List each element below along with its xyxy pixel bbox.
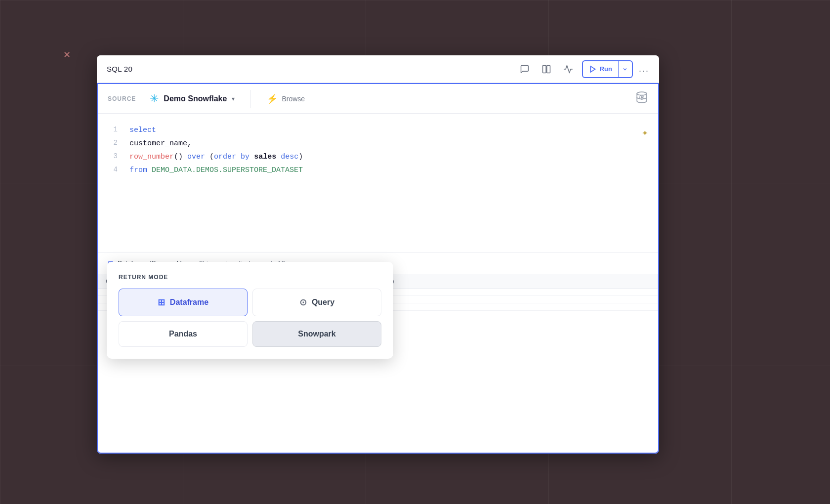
- dataframe-mode-icon: ⊞: [158, 297, 165, 308]
- close-button[interactable]: ✕: [63, 49, 71, 60]
- source-bar: SOURCE ✳ Demo Snowflake ▾ ⚡ Browse: [98, 84, 658, 114]
- source-label: SOURCE: [108, 95, 136, 102]
- dataframe-mode-button[interactable]: ⊞ Dataframe: [119, 289, 248, 316]
- split-view-button[interactable]: [539, 61, 554, 77]
- query-mode-button[interactable]: ⊙ Query: [252, 289, 381, 316]
- return-mode-dropdown: RETURN MODE ⊞ Dataframe ⊙ Query Pandas S…: [107, 262, 393, 359]
- connection-selector[interactable]: ✳ Demo Snowflake ▾: [144, 89, 241, 108]
- query-mode-label: Query: [312, 298, 334, 307]
- chart-button[interactable]: [560, 61, 576, 77]
- code-editor[interactable]: ✦ 1 select 2 customer_name, 3 row_number…: [98, 114, 658, 252]
- run-button[interactable]: Run: [583, 63, 618, 76]
- code-line-2: 2 customer_name,: [108, 137, 648, 150]
- browse-label: Browse: [282, 95, 305, 103]
- dataframe-mode-label: Dataframe: [170, 298, 208, 307]
- comment-button[interactable]: [517, 61, 533, 77]
- code-line-4: 4 from DEMO_DATA.DEMOS.SUPERSTORE_DATASE…: [108, 164, 648, 177]
- card-toolbar: SQL 20 Run ...: [97, 55, 659, 83]
- snowpark-mode-label: Snowpark: [298, 330, 335, 338]
- browse-icon: ⚡: [267, 93, 278, 104]
- chevron-down-icon: ▾: [232, 95, 235, 102]
- card-title: SQL 20: [107, 65, 132, 73]
- ai-sparkle-button[interactable]: ✦: [642, 124, 648, 143]
- return-mode-options: ⊞ Dataframe ⊙ Query Pandas Snowpark: [119, 289, 381, 347]
- browse-button[interactable]: ⚡ Browse: [261, 90, 311, 107]
- code-line-1: 1 select: [108, 124, 648, 137]
- source-divider: [250, 90, 251, 108]
- code-line-3: 3 row_number() over (order by sales desc…: [108, 150, 648, 164]
- pandas-mode-label: Pandas: [169, 330, 197, 338]
- svg-marker-2: [590, 66, 595, 72]
- svg-point-4: [641, 96, 643, 98]
- run-dropdown-button[interactable]: [618, 61, 632, 77]
- svg-rect-0: [542, 65, 546, 73]
- more-options-button[interactable]: ...: [639, 64, 649, 74]
- snowpark-mode-button[interactable]: Snowpark: [252, 321, 381, 347]
- db-view-button[interactable]: [635, 91, 648, 106]
- toolbar-actions: Run ...: [517, 60, 649, 78]
- snowflake-icon: ✳: [150, 92, 159, 105]
- svg-rect-1: [547, 65, 550, 73]
- run-button-group: Run: [582, 60, 633, 78]
- pandas-mode-button[interactable]: Pandas: [119, 321, 248, 347]
- query-mode-icon: ⊙: [299, 297, 307, 308]
- sql-editor-card: SQL 20 Run ...: [97, 55, 659, 454]
- dropdown-title: RETURN MODE: [119, 274, 381, 281]
- run-label: Run: [600, 65, 612, 73]
- connection-name: Demo Snowflake: [164, 94, 227, 103]
- svg-point-3: [637, 92, 647, 95]
